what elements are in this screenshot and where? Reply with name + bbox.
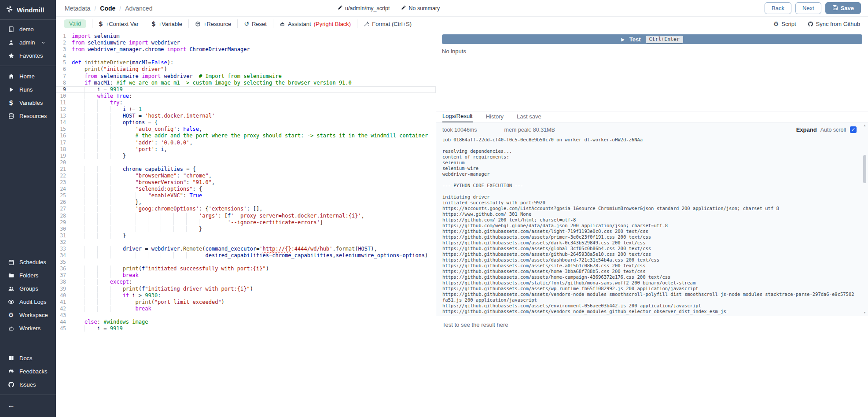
code-line-43[interactable]: 43 <box>56 312 436 319</box>
dollar-icon: $ <box>151 21 156 27</box>
code-line-26[interactable]: 26 }, <box>56 199 436 206</box>
code-line-42[interactable]: 42 break <box>56 306 436 312</box>
variable-button[interactable]: $+Variable <box>145 19 188 28</box>
folder-icon <box>7 272 15 279</box>
next-button[interactable]: Next <box>795 2 821 14</box>
code-line-12[interactable]: 12 i += 1 <box>56 106 436 113</box>
sidebar-item-favorites[interactable]: Favorites <box>0 49 56 62</box>
sync-from-github-button[interactable]: Sync from Github <box>808 19 860 28</box>
tab-code[interactable]: Code <box>100 5 115 12</box>
line-number: 45 <box>56 325 72 332</box>
code-line-24[interactable]: 24 "selenoid:options": { <box>56 186 436 192</box>
sidebar-item-schedules[interactable]: Schedules <box>0 255 56 269</box>
code-line-10[interactable]: 10 while True: <box>56 93 436 100</box>
scroll-down-icon[interactable]: ▼ <box>863 310 866 315</box>
code-line-4[interactable]: 4 <box>56 53 436 59</box>
code-editor[interactable]: 1import selenium2from seleniumwire impor… <box>56 31 436 417</box>
script-kind-button[interactable]: ⚙ Script <box>773 19 796 28</box>
play-icon <box>7 86 15 93</box>
sidebar-item-audit-logs[interactable]: Audit Logs <box>0 295 56 308</box>
code-line-21[interactable]: 21 chrome_capabilities = { <box>56 166 436 173</box>
sidebar-item-folders[interactable]: Folders <box>0 269 56 282</box>
sidebar-item-variables[interactable]: $Variables <box>0 96 56 109</box>
summary-edit[interactable]: No summary <box>401 5 440 11</box>
code-line-22[interactable]: 22 "browserName": "chrome", <box>56 173 436 179</box>
code-line-38[interactable]: 38 except: <box>56 279 436 285</box>
line-number: 29 <box>56 219 72 226</box>
format-ctrls-button[interactable]: Format (Ctrl+S) <box>357 19 418 28</box>
back-button[interactable]: Back <box>765 2 791 14</box>
code-line-6[interactable]: 6 print("initiating driver") <box>56 66 436 73</box>
code-line-33[interactable]: 33 driver = webdriver.Remote(command_exe… <box>56 246 436 252</box>
code-line-39[interactable]: 39 print(f"initiating driver with port:{… <box>56 286 436 292</box>
code-line-2[interactable]: 2from seleniumwire import webdriver <box>56 40 436 46</box>
sidebar-item-groups[interactable]: Groups <box>0 282 56 295</box>
sidebar-item-demo[interactable]: demo <box>0 22 56 36</box>
sidebar-item-workspace[interactable]: ⚙Workspace <box>0 308 56 321</box>
sidebar-item-admin[interactable]: admin <box>0 36 56 49</box>
sidebar-item-runs[interactable]: Runs <box>0 83 56 96</box>
code-line-35[interactable]: 35 <box>56 259 436 266</box>
code-line-37[interactable]: 37 break <box>56 272 436 279</box>
context-var-button[interactable]: $+Context Var <box>92 19 145 28</box>
sidebar-item-issues[interactable]: Issues <box>0 378 56 391</box>
code-line-36[interactable]: 36 print(f"initiated successfully with p… <box>56 266 436 272</box>
code-line-16[interactable]: 16 # the addr and the port where the pro… <box>56 133 436 139</box>
collapse-sidebar-button[interactable]: ← <box>0 396 56 417</box>
code-line-30[interactable]: 30 } <box>56 226 436 232</box>
code-line-3[interactable]: 3from webdriver_manager.chrome import Ch… <box>56 46 436 53</box>
app-logo[interactable]: Windmill <box>0 0 56 20</box>
code-line-18[interactable]: 18 'port': i, <box>56 146 436 153</box>
code-line-29[interactable]: 29 '--ignore-certificate-errors'] <box>56 219 436 226</box>
code-line-41[interactable]: 41 print("port limit exceeded") <box>56 299 436 306</box>
tab-last-save[interactable]: Last save <box>517 113 541 122</box>
code-line-11[interactable]: 11 try: <box>56 100 436 106</box>
code-line-31[interactable]: 31 } <box>56 232 436 239</box>
code-line-27[interactable]: 27 'goog:chromeOptions': {'extensions': … <box>56 206 436 212</box>
sidebar-item-docs[interactable]: Docs <box>0 351 56 365</box>
code-line-25[interactable]: 25 "enableVNC": True <box>56 192 436 199</box>
code-line-1[interactable]: 1import selenium <box>56 33 436 40</box>
code-line-14[interactable]: 14 options = { <box>56 119 436 126</box>
star-icon <box>7 52 15 59</box>
code-text: if macM1: #if we are on mac m1 -> custom… <box>72 80 352 86</box>
expand-button[interactable]: Expand <box>796 126 817 133</box>
scrollbar-thumb[interactable] <box>863 155 866 183</box>
scroll-up-icon[interactable]: ▲ <box>863 123 866 128</box>
save-button[interactable]: Save <box>825 2 861 14</box>
code-line-34[interactable]: 34 desired_capabilities=chrome_capabilit… <box>56 252 436 259</box>
code-line-7[interactable]: 7 from seleniumwire import webdriver # I… <box>56 73 436 80</box>
code-line-40[interactable]: 40 if i > 9930: <box>56 292 436 299</box>
tab-logs-result[interactable]: Logs/Result <box>442 113 473 122</box>
tab-history[interactable]: History <box>486 113 504 122</box>
tab-advanced[interactable]: Advanced <box>125 5 152 12</box>
script-path-edit[interactable]: u/admin/my_script <box>338 5 390 11</box>
logs-scrollbar[interactable]: ▲ ▼ <box>862 123 867 315</box>
autoscroll-checkbox[interactable]: ✓ <box>850 126 857 133</box>
resource-button[interactable]: +Resource <box>188 19 237 28</box>
code-line-44[interactable]: 44 else: #windows image <box>56 319 436 325</box>
code-line-19[interactable]: 19 } <box>56 153 436 159</box>
code-line-17[interactable]: 17 'addr': '0.0.0.0', <box>56 140 436 146</box>
code-line-13[interactable]: 13 HOST = 'host.docker.internal' <box>56 113 436 119</box>
sidebar-item-resources[interactable]: Resources <box>0 109 56 122</box>
code-line-8[interactable]: 8 if macM1: #if we are on mac m1 -> cust… <box>56 80 436 86</box>
code-line-45[interactable]: 45 i = 9919 <box>56 325 436 332</box>
sidebar-item-workers[interactable]: Workers <box>0 321 56 335</box>
code-line-15[interactable]: 15 'auto_config': False, <box>56 126 436 133</box>
code-line-20[interactable]: 20 <box>56 159 436 166</box>
github-icon <box>808 21 813 27</box>
test-button[interactable]: ▶ Test Ctrl+Enter <box>442 34 862 44</box>
sidebar-item-home[interactable]: Home <box>0 70 56 83</box>
code-line-28[interactable]: 28 'args': [f'--proxy-server=host.docker… <box>56 213 436 219</box>
reset-button[interactable]: ↺Reset <box>237 19 273 28</box>
code-line-9[interactable]: 9 i = 9919 <box>56 86 436 93</box>
code-line-32[interactable]: 32 <box>56 239 436 246</box>
line-number: 8 <box>56 80 72 86</box>
code-line-5[interactable]: 5def initiateDriver(macM1=False): <box>56 59 436 66</box>
sidebar-item-feedbacks[interactable]: Feedbacks <box>0 365 56 378</box>
tab-metadata[interactable]: Metadata <box>65 5 90 12</box>
code-line-23[interactable]: 23 "browserVersion": "91.0", <box>56 179 436 186</box>
assistant-button[interactable]: Assistant(Pyright Black) <box>273 19 357 28</box>
editor-toolbar: Valid $+Context Var$+Variable+Resource↺R… <box>56 17 868 31</box>
